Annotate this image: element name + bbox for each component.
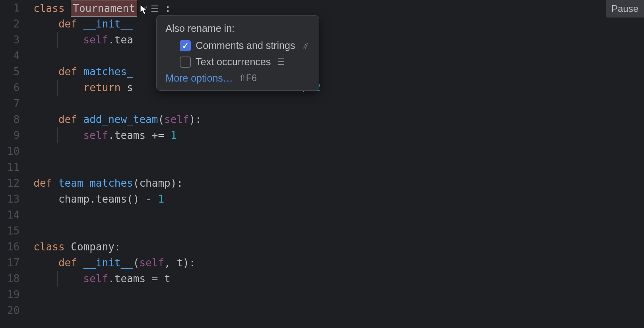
number: 1 <box>158 193 164 205</box>
code-line[interactable] <box>33 303 644 318</box>
line-number: 10 <box>7 143 19 159</box>
code-line[interactable] <box>33 96 644 111</box>
code-line[interactable]: class Tournament⫽☰ : <box>33 0 644 16</box>
line-number: 8 <box>7 111 19 127</box>
code-line[interactable] <box>33 207 644 223</box>
code-line[interactable] <box>33 287 644 303</box>
line-number: 20 <box>7 303 19 318</box>
self-ref: self <box>164 113 189 125</box>
keyword: class <box>33 241 64 253</box>
lines-icon: ☰ <box>277 57 285 67</box>
code-line[interactable]: champ.teams() - 1 <box>33 191 644 207</box>
line-number: 5 <box>7 64 19 80</box>
code-area[interactable]: class Tournament⫽☰ : def __init__ self.t… <box>27 0 644 328</box>
popup-title: Also rename in: <box>165 23 310 34</box>
class-name: Company: <box>65 241 121 253</box>
option-text-occurrences[interactable]: Text occurrences ☰ <box>165 56 310 68</box>
line-number: 12 <box>7 175 19 191</box>
code-line[interactable]: class Company: <box>33 239 644 255</box>
line-number-gutter: 1 2 3 4 5 6 7 8 9 10 11 12 13 14 15 16 1… <box>0 0 27 328</box>
text-toggle-icon[interactable]: ☰ <box>151 1 159 17</box>
code-line[interactable] <box>33 143 644 159</box>
comment-toggle-icon[interactable]: ⫽ <box>140 1 149 17</box>
line-number: 2 <box>7 16 19 32</box>
code-line[interactable]: def matches_ <box>33 64 644 80</box>
rename-options-popup: Also rename in: Comments and strings ⫽ T… <box>156 15 319 91</box>
keyword: def <box>33 177 52 189</box>
line-number: 17 <box>7 255 19 271</box>
keyword: return <box>83 82 121 94</box>
code-line[interactable]: def add_new_team(self): <box>33 111 644 127</box>
keyword: def <box>58 113 77 125</box>
line-number: 3 <box>7 32 19 48</box>
pause-button[interactable]: Pause <box>606 0 644 18</box>
code-line[interactable]: self.teams = t <box>33 271 644 287</box>
line-number: 16 <box>7 239 19 255</box>
code-editor[interactable]: 1 2 3 4 5 6 7 8 9 10 11 12 13 14 15 16 1… <box>0 0 644 328</box>
keyword: def <box>58 18 77 30</box>
number: 1 <box>171 129 177 141</box>
more-options-row: More options… ⇧F6 <box>165 72 310 84</box>
self-ref: self <box>83 273 109 285</box>
punct: : <box>165 2 171 14</box>
keyword: def <box>58 66 77 78</box>
func-name: __init__ <box>83 257 133 269</box>
line-number: 18 <box>7 271 19 287</box>
code-line[interactable]: return s / 2 <box>33 80 644 96</box>
line-number: 9 <box>7 127 19 143</box>
code-line[interactable]: def team_matches(champ): <box>33 175 644 191</box>
code-line[interactable] <box>33 159 644 175</box>
code-line[interactable]: def __init__ <box>33 16 644 32</box>
func-name: __init__ <box>83 18 133 30</box>
keyboard-shortcut: ⇧F6 <box>239 73 257 84</box>
line-number: 14 <box>7 207 19 223</box>
keyword: def <box>58 257 77 269</box>
self-ref: self <box>83 34 109 46</box>
line-number: 1 <box>7 0 19 16</box>
code-line[interactable]: def __init__(self, t): <box>33 255 644 271</box>
double-slash-icon: ⫽ <box>301 41 310 51</box>
option-comments-strings[interactable]: Comments and strings ⫽ <box>165 40 310 51</box>
more-options-link[interactable]: More options… <box>165 72 233 84</box>
rename-inline-options[interactable]: ⫽☰ <box>140 1 159 17</box>
line-number: 6 <box>7 80 19 96</box>
func-name: team_matches <box>58 177 133 189</box>
line-number: 11 <box>7 159 19 175</box>
line-number: 7 <box>7 96 19 111</box>
line-number: 15 <box>7 223 19 239</box>
self-ref: self <box>83 129 109 141</box>
code-line[interactable]: self.teams += 1 <box>33 127 644 143</box>
line-number: 13 <box>7 191 19 207</box>
self-ref: self <box>139 257 164 269</box>
keyword: class <box>33 2 64 14</box>
code-line[interactable]: self.tea <box>33 32 644 48</box>
checkbox-label: Comments and strings <box>196 40 295 51</box>
checkbox-comments-strings[interactable] <box>180 40 191 51</box>
checkbox-text-occurrences[interactable] <box>180 57 191 68</box>
func-name: add_new_team <box>83 113 158 125</box>
func-name: matches_ <box>83 66 133 78</box>
checkbox-label: Text occurrences <box>196 56 271 68</box>
rename-input[interactable]: Tournament <box>71 0 137 17</box>
code-line[interactable] <box>33 48 644 64</box>
code-line[interactable] <box>33 223 644 239</box>
line-number: 4 <box>7 48 19 64</box>
line-number: 19 <box>7 287 19 303</box>
